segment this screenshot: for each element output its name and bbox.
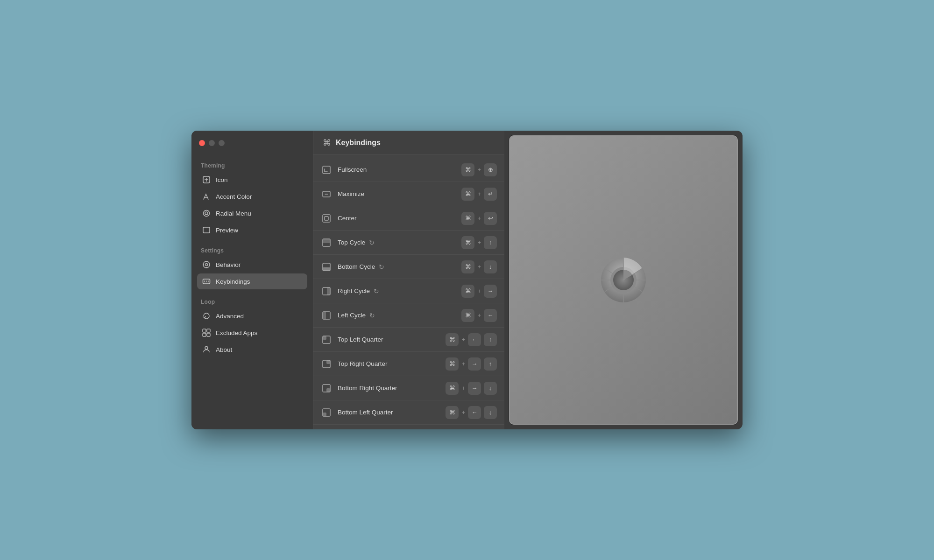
sidebar-item-accent-color[interactable]: Accent Color bbox=[197, 189, 307, 204]
svg-rect-41 bbox=[323, 413, 326, 416]
svg-rect-25 bbox=[325, 217, 328, 220]
right-cycle-key-btn[interactable]: → bbox=[484, 285, 497, 298]
top-cycle-controls: ⌘ + ↑ bbox=[461, 236, 497, 249]
maximize-button[interactable] bbox=[219, 140, 225, 146]
maximize-key-btn[interactable]: ↵ bbox=[484, 188, 497, 201]
svg-rect-19 bbox=[207, 333, 210, 336]
bottom-right-quarter-key1-btn[interactable]: → bbox=[468, 382, 481, 395]
sidebar-preview-label: Preview bbox=[216, 227, 238, 234]
radial-menu-icon bbox=[202, 209, 211, 218]
center-modifier-btn[interactable]: ⌘ bbox=[461, 212, 474, 225]
sidebar-content: Theming Icon Accent Color Radial Menu bbox=[191, 155, 313, 429]
maximize-modifier-btn[interactable]: ⌘ bbox=[461, 188, 474, 201]
maximize-label: Maximize bbox=[338, 190, 456, 197]
keybindings-list: Fullscreen ⌘ + ⊕ Maximize ⌘ + ↵ bbox=[313, 155, 504, 429]
top-right-quarter-key2-btn[interactable]: ↑ bbox=[484, 357, 497, 371]
top-left-quarter-modifier-btn[interactable]: ⌘ bbox=[446, 333, 459, 346]
center-key-btn[interactable]: ↩ bbox=[484, 212, 497, 225]
bottom-left-quarter-key1-btn[interactable]: ← bbox=[468, 406, 481, 419]
sidebar-about-label: About bbox=[216, 346, 232, 353]
fullscreen-modifier-btn[interactable]: ⌘ bbox=[461, 163, 474, 176]
keybindings-icon bbox=[202, 277, 211, 286]
close-button[interactable] bbox=[199, 140, 205, 146]
preview-panel bbox=[509, 135, 738, 425]
top-right-quarter-label: Top Right Quarter bbox=[338, 360, 440, 367]
sidebar-item-preview[interactable]: Preview bbox=[197, 222, 307, 238]
bottom-cycle-key-btn[interactable]: ↓ bbox=[484, 260, 497, 273]
plus-sep-9: + bbox=[461, 360, 465, 367]
top-left-quarter-controls: ⌘ + ← ↑ bbox=[446, 333, 497, 346]
sidebar-item-advanced[interactable]: Advanced bbox=[197, 308, 307, 324]
preview-icon bbox=[202, 225, 211, 235]
right-cycle-controls: ⌘ + → bbox=[461, 285, 497, 298]
center-icon bbox=[321, 213, 332, 224]
bottom-right-quarter-key2-btn[interactable]: ↓ bbox=[484, 382, 497, 395]
titlebar bbox=[191, 131, 313, 155]
left-cycle-modifier-btn[interactable]: ⌘ bbox=[461, 309, 474, 322]
left-cycle-key-btn[interactable]: ← bbox=[484, 309, 497, 322]
left-cycle-icon bbox=[321, 310, 332, 321]
sidebar-item-keybindings[interactable]: Keybindings bbox=[197, 273, 307, 289]
sidebar-item-excluded-apps[interactable]: Excluded Apps bbox=[197, 325, 307, 341]
kb-row-right-cycle: Right Cycle ↻ ⌘ + → bbox=[313, 279, 504, 303]
kb-row-fullscreen: Fullscreen ⌘ + ⊕ bbox=[313, 158, 504, 182]
plus-sep-2: + bbox=[477, 190, 481, 197]
center-label: Center bbox=[338, 215, 456, 222]
svg-point-3 bbox=[204, 210, 210, 217]
fullscreen-key-btn[interactable]: ⊕ bbox=[484, 163, 497, 176]
top-right-quarter-key1-btn[interactable]: → bbox=[468, 357, 481, 371]
bottom-cycle-modifier-btn[interactable]: ⌘ bbox=[461, 260, 474, 273]
bottom-left-quarter-icon bbox=[321, 407, 332, 418]
sidebar-item-about[interactable]: About bbox=[197, 342, 307, 357]
top-cycle-key-btn[interactable]: ↑ bbox=[484, 236, 497, 249]
svg-rect-27 bbox=[323, 239, 330, 243]
bottom-left-quarter-modifier-btn[interactable]: ⌘ bbox=[446, 406, 459, 419]
bottom-right-quarter-modifier-btn[interactable]: ⌘ bbox=[446, 382, 459, 395]
left-cycle-label: Left Cycle ↻ bbox=[338, 312, 456, 319]
settings-section-label: Settings bbox=[197, 244, 307, 257]
top-right-quarter-modifier-btn[interactable]: ⌘ bbox=[446, 357, 459, 371]
left-cycle-symbol: ↻ bbox=[369, 312, 375, 319]
minimize-button[interactable] bbox=[209, 140, 215, 146]
top-left-quarter-icon bbox=[321, 334, 332, 345]
bottom-right-quarter-controls: ⌘ + → ↓ bbox=[446, 382, 497, 395]
svg-point-4 bbox=[205, 212, 208, 215]
behavior-icon bbox=[202, 260, 211, 269]
right-cycle-modifier-btn[interactable]: ⌘ bbox=[461, 285, 474, 298]
center-controls: ⌘ + ↩ bbox=[461, 212, 497, 225]
kb-row-maximize: Maximize ⌘ + ↵ bbox=[313, 182, 504, 206]
plus-sep-8: + bbox=[461, 336, 465, 343]
top-cycle-symbol: ↻ bbox=[369, 239, 375, 246]
top-cycle-modifier-btn[interactable]: ⌘ bbox=[461, 236, 474, 249]
sidebar-advanced-label: Advanced bbox=[216, 313, 244, 320]
top-left-quarter-key1-btn[interactable]: ← bbox=[468, 333, 481, 346]
plus-sep-3: + bbox=[477, 215, 481, 222]
svg-point-7 bbox=[205, 264, 208, 266]
bottom-cycle-symbol: ↻ bbox=[379, 263, 384, 271]
sidebar-icon-label: Icon bbox=[216, 176, 228, 183]
loop-section-label: Loop bbox=[197, 295, 307, 308]
top-cycle-icon bbox=[321, 237, 332, 248]
svg-rect-35 bbox=[323, 336, 326, 340]
svg-point-6 bbox=[203, 261, 210, 268]
kb-row-center: Center ⌘ + ↩ bbox=[313, 206, 504, 231]
plus-sep: + bbox=[477, 166, 481, 173]
top-left-quarter-label: Top Left Quarter bbox=[338, 336, 440, 343]
kb-row-bottom-left-quarter: Bottom Left Quarter ⌘ + ← ↓ bbox=[313, 400, 504, 425]
top-left-quarter-key2-btn[interactable]: ↑ bbox=[484, 333, 497, 346]
sidebar-item-radial-menu[interactable]: Radial Menu bbox=[197, 205, 307, 221]
fullscreen-icon bbox=[321, 164, 332, 175]
sidebar-item-behavior[interactable]: Behavior bbox=[197, 257, 307, 273]
right-cycle-symbol: ↻ bbox=[374, 287, 379, 295]
maximize-icon bbox=[321, 189, 332, 200]
bottom-left-quarter-key2-btn[interactable]: ↓ bbox=[484, 406, 497, 419]
right-cycle-label: Right Cycle ↻ bbox=[338, 287, 456, 295]
right-cycle-icon bbox=[321, 286, 332, 297]
svg-rect-24 bbox=[323, 215, 330, 222]
fullscreen-label: Fullscreen bbox=[338, 166, 456, 173]
sidebar-item-icon[interactable]: Icon bbox=[197, 172, 307, 188]
bottom-left-quarter-label: Bottom Left Quarter bbox=[338, 409, 440, 416]
bottom-left-quarter-controls: ⌘ + ← ↓ bbox=[446, 406, 497, 419]
fullscreen-controls: ⌘ + ⊕ bbox=[461, 163, 497, 176]
plus-sep-4: + bbox=[477, 239, 481, 246]
